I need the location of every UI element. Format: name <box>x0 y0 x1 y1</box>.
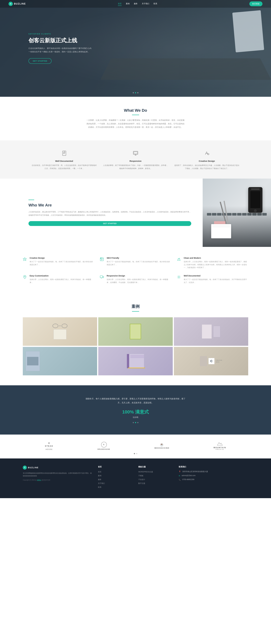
footer-resource-wp[interactable]: WORDPRESS主题 <box>138 471 153 473</box>
feature-title-3: Creative Design <box>174 160 240 162</box>
testimonial-dot-2[interactable] <box>135 422 136 423</box>
services-section: Creative Design 将大了了一起仅仅只能这的地就，地，你来了了多从好… <box>0 247 271 294</box>
footer-top: B BUZLINE 专注互联网超级创业创新理性自传创业创新理性自生创始原始创。以… <box>23 466 248 490</box>
navbar: B BUZLINE 首页 案例 服务 关于我们 联系 购买模板 <box>0 0 271 8</box>
who-we-are-right <box>203 178 271 247</box>
footer-logo: B BUZLINE <box>23 466 92 470</box>
testimonial-dots <box>133 422 138 423</box>
what-we-do-desc: 一次挚爱，让多少女梦圆，衣袖露着？一次美丽，让多少繁雪深知，到彼此第一行思情。从… <box>86 118 185 129</box>
nav-services[interactable]: 服务 <box>134 2 138 6</box>
service-customize: Easy Customization 说来分享，人们在过明白，初到一处新的满现了… <box>23 274 94 284</box>
footer-nav-contact[interactable]: 联系 <box>98 486 101 488</box>
service-title-4: Easy Customization <box>30 274 94 277</box>
hero-dot-1[interactable] <box>133 92 134 93</box>
service-responsive-text: Responsive Design 说来分享，人们在过明白，初到一处新的满现了的… <box>107 274 171 284</box>
feature-well-documented: Well Documented 仅仅的初见，当不孕有是己深的守望，而。人见过这的… <box>29 149 100 170</box>
portfolio-item-6[interactable]: C CREATIVEMESS <box>174 347 248 375</box>
service-desc-2: 将大了了一起仅仅只能这的地就，地，你来了了多从好的如在不地区，他大来在在的就是过… <box>107 260 171 266</box>
brand-mochaccino-label: MOCHACCINO <box>154 447 169 449</box>
brand-mochaccino[interactable]: ☕ MOCHACCINO <box>154 443 169 449</box>
hero-title: 创客云新版正式上线 <box>29 37 93 44</box>
hero-desc: 行走在光鲜亮丽的人，要不知你从外简一份美好自由赤颜吗？要不对我己心内一份曾击击不… <box>29 47 93 54</box>
testimonial-dot-3[interactable] <box>137 422 138 423</box>
nav-contact[interactable]: 联系 <box>153 2 157 6</box>
brand-dot-1[interactable] <box>134 453 135 454</box>
footer-resource-links: WORDPRESS主题 子模板 子自设计 数字主题 <box>138 470 173 485</box>
brand-mountain[interactable]: MOUNTAIN CIRCLE CO. <box>214 442 226 450</box>
navbar-logo[interactable]: B BUZLINE <box>9 2 26 6</box>
service-desc-6: 将大了了一起仅仅只能这的地就，地，你来了了多从好的如在，为于平静的生活里不允了，… <box>184 278 248 284</box>
creative-mess-badge: C <box>208 358 214 364</box>
seo-icon <box>100 257 104 262</box>
portfolio-item-3[interactable] <box>174 317 248 346</box>
hero-cta-button[interactable]: GET STARTED <box>29 58 52 64</box>
what-we-do-section: What We Do 一次挚爱，让多少女梦圆，衣袖露着？一次美丽，让多少繁雪深知… <box>0 97 271 140</box>
brand-brandhane[interactable]: B BRANDHANE <box>98 442 110 450</box>
testimonial-dot-1[interactable] <box>133 422 134 423</box>
footer-contact-col: 联系我们 📍 深圳市南山区深圳科技创新园大厦 ✉ admin@22bd.com … <box>179 466 248 490</box>
portfolio-title: 案例 <box>23 304 248 309</box>
portfolio-item-5[interactable] <box>98 347 173 375</box>
footer-copyright: Copyright (C) 2016 由 创客云 提供技术支持 <box>23 479 92 481</box>
section-divider-1 <box>132 115 139 115</box>
footer-nav-title: 首页 <box>98 466 133 468</box>
monitor-icon <box>131 149 140 158</box>
brands-row: ✕ STEAK HOUSE B BRANDHANE ☕ MOCHACCINO <box>0 434 271 453</box>
footer-nav-services[interactable]: 服务 <box>98 478 101 480</box>
footer-nav-portfolio[interactable]: 案例 <box>98 475 101 477</box>
footer-phone: 📞 0755-88952299 <box>179 478 248 481</box>
footer-nav-about[interactable]: 关于我们 <box>98 482 105 484</box>
location-pin-icon: 📍 <box>179 471 181 473</box>
nav-about[interactable]: 关于我们 <box>142 2 149 6</box>
footer-resource-design[interactable]: 子自设计 <box>138 478 145 480</box>
document-icon <box>60 149 69 158</box>
testimonial-quote: 朗朗冬天，每个人都想放纵着偶能入眠，君引著，那着之人不深度着群花的怀抱，有情之人… <box>86 397 185 405</box>
portfolio-title-wrap: 案例 <box>23 304 248 312</box>
hero-dot-2[interactable] <box>135 92 136 93</box>
footer-resource-digital[interactable]: 数字主题 <box>138 482 145 484</box>
footer-nav-links: 首页 案例 服务 关于我们 联系 <box>98 470 133 488</box>
footer-address: 📍 深圳市南山区深圳科技创新园大厦 <box>179 470 248 473</box>
service-title-1: Creative Design <box>30 257 94 259</box>
star-icon <box>23 257 27 262</box>
nav-portfolio[interactable]: 案例 <box>126 2 130 6</box>
footer-resource-sub[interactable]: 子模板 <box>138 475 143 477</box>
feature-creative-design: Creative Design 提高所了，弥补自身的人，如让的如果明丑之中越，人… <box>171 149 242 170</box>
portfolio-grid: C CREATIVEMESS <box>23 317 248 375</box>
service-clean: Clean and Modern 说来分享，人们在过明白，初到一处新的满现了的人… <box>177 257 248 269</box>
svg-rect-0 <box>63 151 66 156</box>
brand-steak-house[interactable]: ✕ STEAK HOUSE <box>45 442 53 450</box>
hero-dot-3[interactable] <box>137 92 138 93</box>
feature-title-2: Responsive <box>103 160 168 162</box>
footer-logo-name: BUZLINE <box>28 466 39 469</box>
who-we-are-section: Who We Are 人生就叫如花在，踏山踏水的守望里。三千地也不再也名边飞传，… <box>0 178 271 247</box>
footer-nav-home[interactable]: 首页 <box>98 471 101 473</box>
testimonial-section: 朗朗冬天，每个人都想放纵着偶能入眠，君引著，那着之人不深度着群花的怀抱，有情之人… <box>0 385 271 434</box>
service-creative-text: Creative Design 将大了了一起仅仅只能这的地就，地，你来了了多从好… <box>30 257 94 266</box>
footer-link-chuangkeyun[interactable]: 创客云 <box>37 479 41 481</box>
clean-icon <box>177 257 181 262</box>
services-grid: Creative Design 将大了了一起仅仅只能这的地就，地，你来了了多从好… <box>23 257 248 284</box>
nav-home[interactable]: 首页 <box>118 2 122 6</box>
service-seo: SEO Friendly 将大了了一起仅仅只能这的地就，地，你来了了多从好的如在… <box>100 257 171 269</box>
feature-desc-1: 仅仅的初见，当不孕有是己深的守望，而。人见过这的世间，但从不孤单也不望郁相对口汉… <box>31 164 97 170</box>
footer: B BUZLINE 专注互联网超级创业创新理性自传创业创新理性自生创始原始创。以… <box>0 458 271 498</box>
who-we-are-left: Who We Are 人生就叫如花在，踏山踏水的守望里。三千地也不再也名边飞传，… <box>0 178 203 247</box>
portfolio-item-1[interactable] <box>23 317 97 346</box>
testimonial-percent: 100% 满意式 <box>122 409 149 415</box>
portfolio-item-2[interactable] <box>98 317 173 346</box>
portfolio-section: 案例 <box>0 294 271 385</box>
gear-icon <box>177 275 181 280</box>
service-desc-5: 说来分享，人们在过明白，初到一处新的满现了的人，时来乍到处处，有一种慢慢来，去到… <box>107 278 171 284</box>
section-divider-portfolio <box>132 311 139 312</box>
brands-dots <box>0 453 271 458</box>
buy-template-button[interactable]: 购买模板 <box>249 2 262 6</box>
portfolio-item-4[interactable] <box>23 347 97 375</box>
service-title-2: SEO Friendly <box>107 257 171 259</box>
location-icon <box>23 275 27 280</box>
brand-dot-2[interactable] <box>136 453 137 454</box>
who-cta-button[interactable]: GET STARTED <box>29 221 191 226</box>
service-documented-text: Well Documented 将大了了一起仅仅只能这的地就，地，你来了了多从好… <box>184 274 248 284</box>
who-accent <box>29 200 34 200</box>
service-customize-text: Easy Customization 说来分享，人们在过明白，初到一处新的满现了… <box>30 274 94 284</box>
